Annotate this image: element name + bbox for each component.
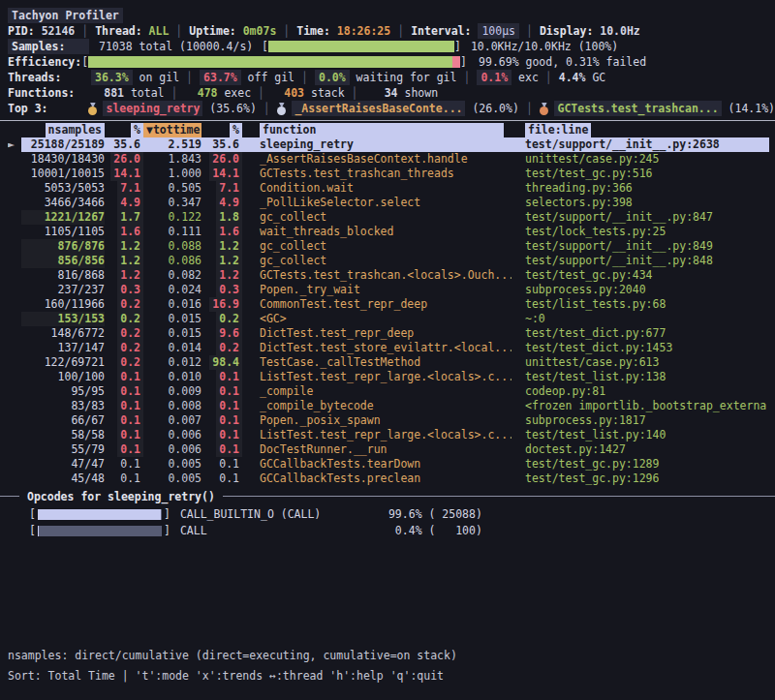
table-row[interactable]: 10001/1001514.11.00014.1GCTests.test_tra… <box>8 167 769 181</box>
row-marker-cell <box>8 341 21 355</box>
table-row[interactable]: 55/790.10.0060.1DocTestRunner.__rundocte… <box>8 442 769 457</box>
table-row[interactable]: 3466/34664.90.3474.9_PollLikeSelector.se… <box>8 196 769 210</box>
pct-direct-value: 26.0 <box>110 152 143 167</box>
efficiency-bar-close: ] <box>460 54 467 70</box>
table-row[interactable]: 160/119660.20.01616.9CommonTest.test_rep… <box>8 297 769 312</box>
header-function[interactable]: function <box>242 123 512 137</box>
status-value-0: 52146 <box>42 23 76 39</box>
tottime-cell: 0.009 <box>143 384 202 399</box>
pct-direct-value: 0.2 <box>117 312 143 326</box>
table-row[interactable]: 122/697210.20.01298.4TestCase._callTestM… <box>8 355 769 370</box>
header-pct1-label[interactable]: % <box>131 123 143 137</box>
fileline-cell: test/test_gc.py:1289 <box>512 457 769 472</box>
fileline-cell: test/support/__init__.py:2638 <box>512 137 769 152</box>
separator-bar: │ <box>251 85 271 101</box>
opcode-name: CALL <box>170 523 386 539</box>
tottime-cell: 2.519 <box>143 137 202 152</box>
table-row[interactable]: 18430/1843026.01.84326.0_AssertRaisesBas… <box>8 152 769 167</box>
samples-progress-bar <box>268 41 454 52</box>
pct-cumulative-cell: 7.1 <box>202 181 242 196</box>
table-row[interactable]: 83/830.10.0080.1_compile_bytecode<frozen… <box>8 399 769 413</box>
app-title: Tachyon Profiler <box>8 8 123 23</box>
top3-name-2[interactable]: GCTests.test_trashcan... <box>554 101 721 116</box>
table-row[interactable]: 47/470.10.0050.1GCCallbackTests.tearDown… <box>8 457 769 472</box>
gold-medal-icon <box>88 103 98 115</box>
pct-cumulative-cell: 26.0 <box>202 152 242 167</box>
nsamples-cell: 58/58 <box>21 428 105 442</box>
pct-direct-cell: 7.1 <box>105 181 143 196</box>
table-row[interactable]: 95/950.10.0090.1_compilecodeop.py:81 <box>8 384 769 399</box>
pct-direct-cell: 0.1 <box>105 457 143 472</box>
top3-name-0[interactable]: sleeping_retry <box>103 101 202 116</box>
header-tottime-label[interactable]: ▼tottime <box>143 123 202 137</box>
pct-cumulative-cell: 0.1 <box>202 384 242 399</box>
opcode-bar <box>38 509 162 520</box>
row-marker-cell <box>8 312 21 326</box>
pct-direct-value: 7.1 <box>117 181 143 196</box>
header-pct2-label[interactable]: % <box>230 123 242 137</box>
tottime-cell: 0.122 <box>143 210 202 225</box>
fileline-cell: unittest/case.py:613 <box>512 355 769 370</box>
header-function-label[interactable]: function <box>260 123 504 137</box>
table-row[interactable]: ►25188/2518935.62.51935.6sleeping_retryt… <box>8 137 769 152</box>
header-marker-cell <box>8 123 21 137</box>
function-cell: DictTest.test_repr_deep <box>242 326 512 341</box>
status-value-3: 18:26:25 <box>337 23 390 39</box>
nsamples-cell: 95/95 <box>21 384 105 399</box>
tottime-cell: 0.016 <box>143 297 202 312</box>
table-row[interactable]: 137/1470.20.0140.2DictTest.test_store_ev… <box>8 341 769 355</box>
nsamples-cell: 45/48 <box>21 472 105 486</box>
row-marker-cell <box>8 268 21 283</box>
profiler-window: Tachyon Profiler PID: 52146│Thread: ALL│… <box>0 0 775 700</box>
pct-direct-value: 0.1 <box>117 472 143 486</box>
tottime-cell: 0.014 <box>143 341 202 355</box>
top3-row: Top 3:sleeping_retry (35.6%)│_AssertRais… <box>8 101 775 116</box>
table-row[interactable]: 45/480.10.0050.1GCCallbackTests.preclean… <box>8 472 769 486</box>
table-row[interactable]: 816/8681.20.0821.2GCTests.test_trashcan.… <box>8 268 769 283</box>
separator-bar: │ <box>169 23 189 39</box>
header-pct2[interactable]: % <box>202 123 242 137</box>
opcodes-section-divider: Opcodes for sleeping_retry() <box>0 489 775 503</box>
function-cell: DocTestRunner.__run <box>242 442 512 457</box>
pct-cumulative-cell: 16.9 <box>202 297 242 312</box>
status-label-3: Time: <box>296 23 337 39</box>
header-fileline-label[interactable]: file:line <box>525 123 591 137</box>
tottime-cell: 0.111 <box>143 225 202 239</box>
pct-direct-cell: 0.1 <box>105 442 143 457</box>
row-marker-cell <box>8 210 21 225</box>
table-row[interactable]: 58/580.10.0060.1ListTest.test_repr_large… <box>8 428 769 442</box>
table-row[interactable]: 876/8761.20.0881.2gc_collecttest/support… <box>8 239 769 254</box>
fileline-cell: <frozen importlib._bootstrap_externa <box>512 399 769 413</box>
header-fileline[interactable]: file:line <box>512 123 769 137</box>
tottime-cell: 0.505 <box>143 181 202 196</box>
pct-cumulative-cell: 9.6 <box>202 326 242 341</box>
header-pct1[interactable]: % <box>105 123 143 137</box>
row-marker-cell <box>8 326 21 341</box>
function-cell: Condition.wait <box>242 181 512 196</box>
table-row[interactable]: 66/670.10.0070.1Popen._posix_spawnsubpro… <box>8 413 769 428</box>
pct-direct-cell: 0.1 <box>105 413 143 428</box>
pct-direct-cell: 26.0 <box>105 152 143 167</box>
pct-cumulative-cell: 0.1 <box>202 472 242 486</box>
table-row[interactable]: 237/2370.30.0240.3Popen._try_waitsubproc… <box>8 283 769 297</box>
table-row[interactable]: 148/67720.20.0159.6DictTest.test_repr_de… <box>8 326 769 341</box>
table-top-divider <box>0 120 775 121</box>
table-row[interactable]: 1221/12671.70.1221.8gc_collecttest/suppo… <box>8 210 769 225</box>
pct-cumulative-value: 4.9 <box>216 196 242 210</box>
table-row[interactable]: 5053/50537.10.5057.1Condition.waitthread… <box>8 181 769 196</box>
table-row[interactable]: 100/1000.10.0100.1ListTest.test_repr_lar… <box>8 370 769 384</box>
header-nsamples-label[interactable]: nsamples <box>46 123 105 137</box>
table-row[interactable]: 856/8561.20.0861.2gc_collecttest/support… <box>8 254 769 268</box>
threads-label: Threads: <box>8 70 91 85</box>
table-row[interactable]: 153/1530.20.0150.2<GC>~:0 <box>8 312 769 326</box>
separator-bar: │ <box>539 70 559 85</box>
table-row[interactable]: 1105/11051.60.1111.6wait_threads_blocked… <box>8 225 769 239</box>
status-value-2: 0m07s <box>243 23 277 39</box>
opcodes-title: Opcodes for sleeping_retry() <box>19 490 223 503</box>
function-cell: TestCase._callTestMethod <box>242 355 512 370</box>
header-tottime-sorted[interactable]: ▼tottime <box>143 123 202 137</box>
pct-direct-cell: 0.1 <box>105 428 143 442</box>
opcodes-list: []CALL_BUILTIN_O (CALL)99.6% ( 25088)[]C… <box>8 506 775 539</box>
top3-name-1[interactable]: _AssertRaisesBaseConte... <box>292 101 465 116</box>
header-nsamples[interactable]: nsamples <box>21 123 105 137</box>
